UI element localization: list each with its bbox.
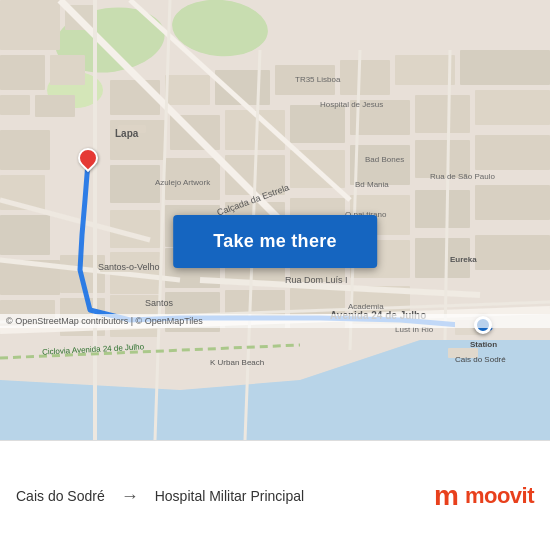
- hospital-jesus-label: Hospital de Jesus: [320, 100, 383, 109]
- svg-rect-19: [340, 60, 390, 95]
- svg-rect-9: [35, 95, 75, 117]
- eureka-label: Eureka: [450, 255, 477, 264]
- take-me-there-button[interactable]: Take me there: [173, 215, 377, 268]
- svg-rect-41: [415, 190, 470, 228]
- bad-bones-label: Bad Bones: [365, 155, 404, 164]
- academia-label: Academia: [348, 302, 384, 311]
- route-arrow-icon: →: [121, 486, 139, 507]
- svg-rect-20: [395, 55, 455, 85]
- moovit-brand-name: moovit: [465, 483, 534, 509]
- rua-dom-luis-label: Rua Dom Luís I: [285, 275, 348, 285]
- info-bar: Cais do Sodré → Hospital Militar Princip…: [0, 441, 550, 550]
- tr35-label: TR35 Lisboa: [295, 75, 340, 84]
- svg-rect-4: [0, 0, 60, 50]
- svg-rect-15: [110, 80, 160, 115]
- svg-rect-10: [0, 130, 50, 170]
- k-urban-beach-label: K Urban Beach: [210, 358, 264, 367]
- lapa-label: Lapa: [115, 128, 138, 139]
- from-station: Cais do Sodré: [16, 488, 105, 504]
- moovit-m-icon: m: [434, 480, 459, 512]
- svg-rect-6: [0, 55, 45, 90]
- svg-rect-8: [0, 95, 30, 115]
- cais-sodre-station-label: Station: [470, 340, 497, 349]
- svg-rect-33: [350, 145, 410, 185]
- svg-rect-12: [0, 215, 50, 255]
- santos-label: Santos: [145, 298, 173, 308]
- svg-rect-25: [290, 105, 345, 143]
- svg-rect-16: [165, 75, 210, 105]
- rua-sao-paulo-label: Rua de São Paulo: [430, 172, 495, 181]
- bd-mania-label: Bd Mania: [355, 180, 389, 189]
- azulejo-artwork-label: Azulejo Artwork: [155, 178, 210, 187]
- svg-rect-50: [475, 235, 550, 270]
- svg-rect-27: [415, 95, 470, 133]
- destination-marker: [78, 148, 98, 172]
- svg-rect-28: [475, 90, 550, 125]
- cais-do-sodre-area-label: Cais do Sodré: [455, 355, 506, 364]
- svg-rect-35: [475, 135, 550, 170]
- svg-rect-7: [50, 55, 85, 85]
- route-info-content: Cais do Sodré → Hospital Militar Princip…: [16, 480, 534, 512]
- to-station: Hospital Militar Principal: [155, 488, 304, 504]
- svg-rect-21: [460, 50, 550, 85]
- route-info: Cais do Sodré → Hospital Militar Princip…: [16, 486, 434, 507]
- santos-o-velho-label: Santos-o-Velho: [98, 262, 160, 272]
- svg-rect-42: [475, 185, 550, 220]
- moovit-logo: m moovit: [434, 480, 534, 512]
- svg-rect-29: [110, 165, 160, 203]
- map-container: Lapa Santos-o-Velho Santos Avenida 24 de…: [0, 0, 550, 440]
- map-attribution: © OpenStreetMap contributors | © OpenMap…: [0, 314, 550, 328]
